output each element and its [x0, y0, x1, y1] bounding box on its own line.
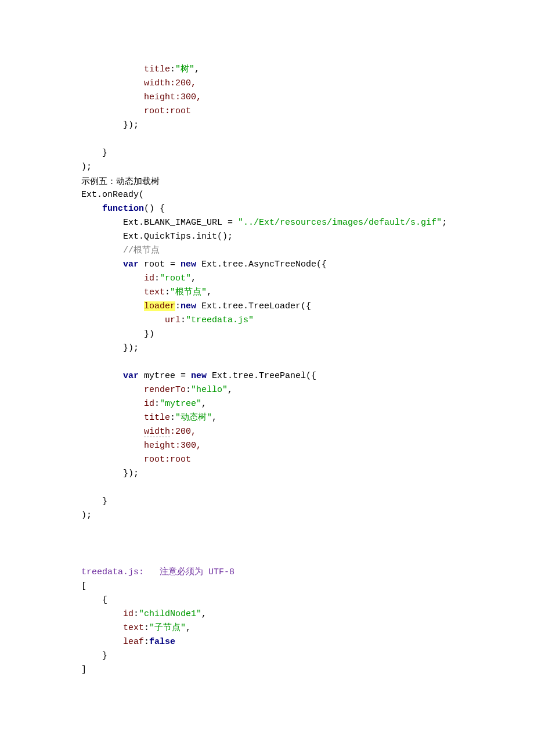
- colon: :: [186, 385, 191, 395]
- text: Ext.BLANK_IMAGE_URL =: [123, 218, 238, 228]
- code-line: id:"mytree",: [81, 397, 534, 411]
- colon: :: [154, 399, 160, 409]
- code-line: });: [81, 118, 534, 132]
- brace-close: }): [144, 329, 154, 339]
- code-line: Ext.QuickTips.init();: [81, 230, 534, 244]
- blank-line: [81, 481, 534, 495]
- colon: :: [144, 637, 149, 647]
- string-literal: "树": [175, 64, 194, 74]
- code-line: text:"根节点",: [81, 286, 534, 300]
- code-line: }): [81, 327, 534, 341]
- code-line: ]: [81, 663, 534, 677]
- code-line: title:"树",: [81, 63, 534, 77]
- prop-root: root:root: [144, 455, 191, 465]
- note-encoding: UTF-8: [208, 567, 234, 577]
- code-line: Ext.BLANK_IMAGE_URL = "../Ext/resources/…: [81, 216, 534, 230]
- prop-height: height:300,: [144, 441, 201, 451]
- text: Ext.tree.TreeLoader({: [196, 301, 311, 311]
- code-line: function() {: [81, 202, 534, 216]
- brace-close: });: [123, 120, 139, 130]
- code-line: width:200,: [81, 77, 534, 91]
- colon: :: [134, 609, 139, 619]
- semicolon: ;: [442, 218, 447, 228]
- comma: ,: [228, 385, 233, 395]
- code-document: title:"树", width:200, height:300, root:r…: [0, 0, 534, 756]
- blank-line: [81, 355, 534, 369]
- code-line: height:300,: [81, 91, 534, 105]
- comma: ,: [201, 609, 207, 619]
- text: root =: [139, 260, 181, 269]
- comma: ,: [201, 399, 207, 409]
- string-literal: "../Ext/resources/images/default/s.gif": [238, 218, 442, 228]
- comma: ,: [186, 623, 191, 633]
- colon: :: [181, 315, 186, 325]
- paren-close: );: [81, 162, 92, 172]
- text: mytree =: [139, 371, 191, 381]
- brace-close: });: [123, 469, 139, 478]
- code-line: );: [81, 509, 534, 523]
- string-literal: "root": [160, 273, 191, 283]
- code-line: renderTo:"hello",: [81, 383, 534, 397]
- prop-leaf: leaf: [123, 637, 144, 647]
- prop-text: text: [123, 623, 144, 633]
- heading-example5: 示例五：动态加载树: [81, 174, 534, 188]
- code-line: }: [81, 649, 534, 663]
- keyword-var: var: [123, 371, 139, 381]
- code-line: });: [81, 467, 534, 481]
- prop-width: width:200,: [144, 78, 196, 88]
- prop-id: id: [144, 273, 154, 283]
- note-text: 注意必须为: [160, 567, 203, 576]
- code-line: url:"treedata.js": [81, 314, 534, 327]
- code-line: });: [81, 341, 534, 355]
- comma: ,: [212, 413, 217, 423]
- code-line: text:"子节点",: [81, 621, 534, 635]
- code-line: Ext.onReady(: [81, 188, 534, 202]
- keyword-false: false: [149, 637, 175, 647]
- prop-text: text: [144, 287, 165, 297]
- colon: :: [170, 64, 175, 74]
- code-line: id:"childNode1",: [81, 607, 534, 621]
- string-literal: "childNode1": [139, 609, 201, 619]
- blank-line: [81, 537, 534, 550]
- text: () {: [144, 204, 165, 214]
- code-line: var mytree = new Ext.tree.TreePanel({: [81, 369, 534, 383]
- prop-width-underlined: width: [144, 427, 170, 437]
- code-line: [: [81, 579, 534, 593]
- comment: //根节点: [123, 246, 160, 255]
- text: Ext.tree.AsyncTreeNode({: [196, 260, 327, 269]
- string-literal: "mytree": [160, 399, 201, 409]
- code-line: title:"动态树",: [81, 411, 534, 425]
- comma: ,: [207, 287, 212, 297]
- text: Ext.tree.TreePanel({: [207, 371, 316, 381]
- brace-close: }: [102, 496, 107, 506]
- code-line: }: [81, 146, 534, 160]
- code-line: );: [81, 160, 534, 174]
- blank-line: [81, 523, 534, 537]
- colon: :: [175, 301, 181, 311]
- prop-root: root:root: [144, 106, 191, 116]
- blank-line: [81, 132, 534, 146]
- prop-renderto: renderTo: [144, 385, 186, 395]
- comma: ,: [194, 64, 200, 74]
- code-line: id:"root",: [81, 272, 534, 286]
- keyword-var: var: [123, 260, 139, 269]
- comma: ,: [191, 273, 196, 283]
- keyword-new: new: [181, 260, 196, 269]
- prop-url: url: [165, 315, 181, 325]
- brace-close: });: [123, 343, 139, 353]
- treedata-note: treedata.js: 注意必须为 UTF-8: [81, 564, 534, 579]
- colon: :: [170, 413, 175, 423]
- prop-title: title: [144, 413, 170, 423]
- note-filename: treedata.js:: [81, 567, 144, 577]
- string-literal: "根节点": [170, 287, 207, 297]
- text: :200,: [170, 427, 196, 437]
- keyword-new: new: [181, 301, 196, 311]
- code-line: leaf:false: [81, 635, 534, 649]
- blank-line: [81, 550, 534, 564]
- code-line: root:root: [81, 105, 534, 118]
- text: Ext.QuickTips.init();: [123, 232, 233, 242]
- prop-title: title: [144, 64, 170, 74]
- code-line: }: [81, 495, 534, 509]
- code-line: //根节点: [81, 244, 534, 258]
- code-line: width:200,: [81, 425, 534, 439]
